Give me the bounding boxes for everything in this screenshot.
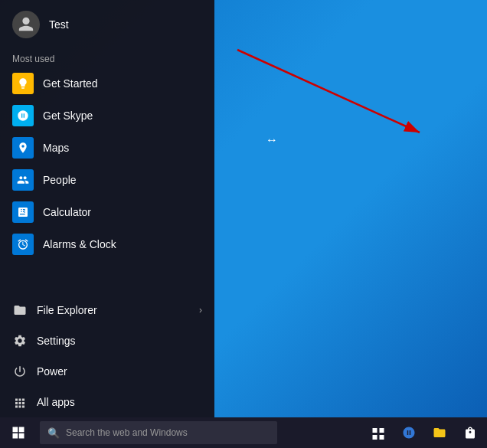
svg-line-1 [237,50,420,132]
start-button[interactable] [0,417,37,448]
most-used-label: Most used [0,49,214,67]
search-bar[interactable]: 🔍 Search the web and Windows [40,421,277,444]
skype-icon [12,105,34,126]
app-item-get-started[interactable]: Get Started [0,67,214,100]
user-name: Test [49,18,69,31]
store-icon[interactable] [459,422,481,443]
bottom-item-file-explorer-label: File Explorer [37,304,97,316]
taskbar: 🔍 Search the web and Windows [0,417,487,448]
calculator-icon [12,201,34,223]
app-item-maps[interactable]: Maps [0,132,214,164]
app-name-maps: Maps [43,142,69,154]
search-icon: 🔍 [47,427,60,439]
bottom-item-settings-label: Settings [37,335,76,347]
taskbar-right [368,422,487,443]
spacer [0,260,214,295]
bottom-item-all-apps-label: All apps [37,396,75,408]
power-icon [12,364,28,379]
file-explorer-arrow: › [199,305,202,316]
task-view-icon[interactable] [368,422,389,443]
app-name-alarms: Alarms & Clock [43,238,116,250]
bottom-items: File Explorer › Settings P [0,295,214,417]
app-item-calculator[interactable]: Calculator [0,196,214,228]
avatar [12,11,40,38]
file-explorer-icon [12,302,28,318]
file-explorer-taskbar-icon[interactable] [429,422,450,443]
app-item-people[interactable]: People [0,164,214,196]
app-name-get-skype: Get Skype [43,110,93,122]
edge-browser-icon[interactable] [398,422,420,443]
bottom-item-file-explorer[interactable]: File Explorer › [0,295,214,325]
get-started-icon [12,73,34,94]
app-item-alarms[interactable]: Alarms & Clock [0,228,214,260]
maps-icon [12,137,34,159]
desktop: Test Most used Get Started [0,0,487,448]
search-bar-placeholder: Search the web and Windows [66,427,188,438]
resize-cursor-indicator: ↔ [266,133,278,147]
bottom-item-settings[interactable]: Settings [0,325,214,356]
people-icon [12,169,34,191]
bottom-item-all-apps[interactable]: All apps [0,387,214,417]
settings-icon [12,333,28,348]
app-name-get-started: Get Started [43,77,98,90]
red-arrow-annotation [230,42,429,142]
all-apps-icon [12,394,28,410]
app-name-people: People [43,174,77,186]
app-item-get-skype[interactable]: Get Skype [0,100,214,132]
alarms-icon [12,234,34,255]
bottom-item-power[interactable]: Power [0,356,214,387]
app-list: Get Started Get Skype Maps [0,67,214,260]
bottom-item-power-label: Power [37,365,67,378]
start-menu: Test Most used Get Started [0,0,214,417]
user-header[interactable]: Test [0,0,214,49]
app-name-calculator: Calculator [43,206,91,218]
